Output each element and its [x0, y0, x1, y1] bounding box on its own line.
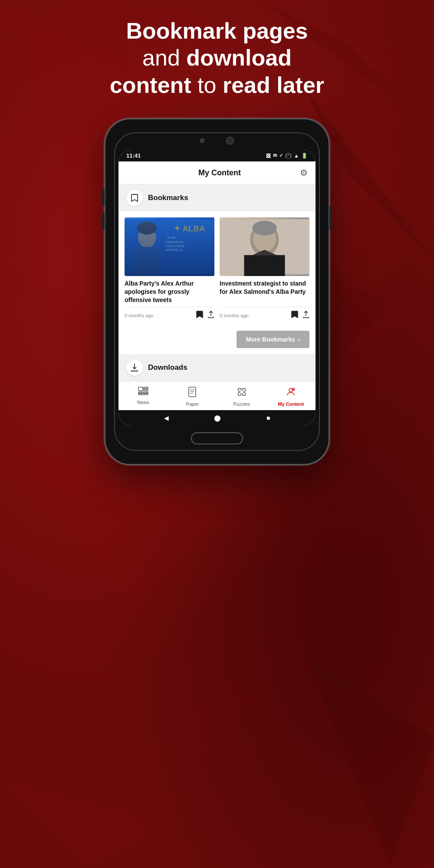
status-icons: 🖼 ✉ ✓ 📳 ▲ 🔋	[266, 153, 308, 159]
card-1-image: ✦ ALBA for the Independence #Supermajori…	[125, 217, 214, 276]
headline-line1: Bookmark pages	[126, 18, 308, 43]
card-1-time: 0 months ago	[125, 313, 154, 318]
android-back-button[interactable]: ◀	[164, 414, 169, 421]
bookmark-icon	[131, 194, 138, 202]
headline: Bookmark pages and download content to r…	[84, 17, 350, 99]
bookmark-icon-circle	[126, 190, 143, 206]
nav-label-news: News	[137, 400, 149, 405]
svg-point-17	[138, 227, 156, 248]
nav-item-paper[interactable]: Paper	[168, 385, 217, 408]
nav-label-mycontent: My Content	[278, 401, 304, 407]
status-time: 11:41	[126, 152, 141, 159]
battery-icon: 🔋	[301, 153, 308, 159]
svg-rect-32	[189, 387, 196, 397]
downloads-title: Downloads	[148, 363, 187, 372]
card-1[interactable]: ✦ ALBA for the Independence #Supermajori…	[125, 217, 214, 307]
svg-rect-27	[138, 387, 143, 391]
nav-item-news[interactable]: News	[118, 385, 168, 408]
card-2-meta: 0 months ago	[220, 307, 309, 320]
bookmarks-section-header: Bookmarks	[118, 184, 316, 211]
card-2-actions[interactable]	[291, 311, 309, 320]
more-bookmarks-button[interactable]: More Bookmarks ›	[237, 331, 309, 348]
puzzles-icon	[237, 387, 247, 400]
svg-point-21	[137, 222, 157, 235]
app-title: My Content	[198, 168, 241, 178]
camera-status-icon: 🖼	[266, 153, 271, 158]
home-pill[interactable]	[191, 432, 243, 444]
bookmarks-title: Bookmarks	[148, 194, 188, 202]
card-2[interactable]: Investment strategist to stand for Alex …	[220, 217, 309, 307]
nav-item-mycontent[interactable]: My Content	[266, 385, 316, 408]
camera-dot	[226, 137, 234, 145]
headline-content: content	[110, 72, 191, 98]
card-1-title: Alba Party's Alex Arthur apologises for …	[125, 276, 214, 307]
svg-text:#Supermajority: #Supermajority	[165, 244, 185, 248]
phone-top-bar	[118, 137, 316, 145]
svg-point-20	[147, 231, 154, 240]
card-2-share-action[interactable]	[302, 311, 309, 320]
nav-item-puzzles[interactable]: Puzzles	[217, 385, 266, 408]
downloads-section-header: Downloads	[118, 354, 316, 381]
check-status-icon: ✓	[279, 153, 283, 158]
android-home-button[interactable]: ⬤	[214, 414, 221, 421]
card-2-image	[220, 217, 309, 276]
cards-container: ✦ ALBA for the Independence #Supermajori…	[118, 211, 316, 307]
card-1-share-action[interactable]	[207, 311, 214, 320]
mycontent-icon	[286, 387, 296, 400]
volume-button-2	[102, 213, 105, 230]
screen: 11:41 🖼 ✉ ✓ 📳 ▲ 🔋 My Content ⚙	[118, 150, 316, 426]
android-recents-button[interactable]: ■	[266, 414, 270, 421]
card-footers: 0 months ago	[118, 307, 316, 326]
android-navigation-bar: ◀ ⬤ ■	[118, 410, 316, 426]
svg-text:Independence: Independence	[165, 240, 184, 244]
home-indicator	[118, 426, 316, 447]
phone-mockup: 11:41 🖼 ✉ ✓ 📳 ▲ 🔋 My Content ⚙	[104, 118, 330, 465]
power-button	[329, 206, 332, 230]
headline-read-later: read later	[223, 72, 324, 98]
card-2-bookmark-action[interactable]	[291, 311, 298, 320]
more-bookmarks-container: More Bookmarks ›	[118, 326, 316, 354]
card-1-meta: 0 months ago	[125, 307, 214, 320]
download-icon-circle	[126, 359, 143, 376]
svg-rect-11	[125, 219, 214, 274]
svg-text:✦ ALBA: ✦ ALBA	[174, 224, 205, 233]
card-2-illustration	[220, 217, 309, 276]
svg-rect-28	[144, 387, 148, 388]
card-2-title: Investment strategist to stand for Alex …	[220, 276, 309, 307]
bottom-nav: News Paper	[118, 381, 316, 410]
svg-rect-31	[138, 394, 148, 395]
email-status-icon: ✉	[273, 153, 277, 158]
news-icon	[138, 387, 148, 398]
svg-text:for the: for the	[168, 236, 176, 239]
wifi-icon: ▲	[294, 153, 299, 159]
download-icon	[131, 363, 138, 372]
svg-point-19	[141, 231, 147, 240]
status-bar: 11:41 🖼 ✉ ✓ 📳 ▲ 🔋	[118, 150, 316, 161]
headline-to: to	[191, 72, 223, 98]
nav-label-paper: Paper	[186, 401, 199, 407]
svg-rect-24	[244, 255, 285, 276]
svg-text:AlbaParty.org: AlbaParty.org	[165, 249, 183, 252]
card-1-actions[interactable]	[196, 311, 214, 320]
card-1-illustration: ✦ ALBA for the Independence #Supermajori…	[125, 217, 214, 276]
chevron-right-icon: ›	[298, 336, 300, 343]
card-2-time: 0 months ago	[220, 313, 249, 318]
svg-point-26	[252, 221, 276, 236]
headline-line2-plain: and	[142, 45, 186, 70]
app-header: My Content ⚙	[118, 161, 316, 184]
vibrate-icon: 📳	[285, 153, 292, 159]
nav-label-puzzles: Puzzles	[233, 401, 250, 407]
settings-icon[interactable]: ⚙	[300, 168, 308, 178]
svg-rect-18	[133, 247, 161, 276]
svg-rect-29	[144, 389, 148, 391]
svg-rect-30	[138, 392, 148, 393]
volume-button-1	[102, 189, 105, 206]
paper-icon	[188, 387, 197, 400]
card-1-bookmark-action[interactable]	[196, 311, 203, 320]
headline-download: download	[186, 45, 292, 70]
speaker-dot	[200, 138, 204, 143]
